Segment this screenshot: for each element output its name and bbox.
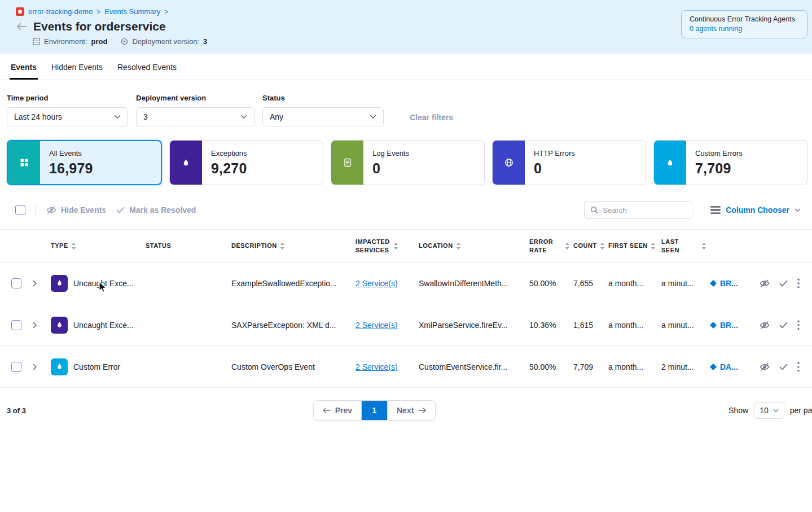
- search-input[interactable]: [603, 206, 686, 215]
- time-period-select[interactable]: Last 24 hours: [7, 107, 128, 126]
- resolve-event-button[interactable]: [779, 322, 788, 329]
- agents-running-link[interactable]: 0 agents running: [690, 25, 799, 33]
- eye-slash-icon: [46, 205, 56, 215]
- select-all-checkbox[interactable]: [15, 205, 25, 215]
- column-header-error-rate[interactable]: ERROR RATE: [529, 238, 573, 255]
- card-label: Log Events: [372, 149, 409, 157]
- diamond-icon: [710, 322, 717, 329]
- status-select[interactable]: Any: [262, 107, 384, 126]
- card-all-events[interactable]: All Events 16,979: [7, 140, 162, 185]
- page-number-button[interactable]: 1: [361, 401, 387, 420]
- pagination-bar: 3 of 3 Prev 1 Next Show 10 per page: [0, 388, 812, 421]
- breadcrumb-link-project[interactable]: error-tracking-demo: [28, 7, 93, 16]
- row-menu-button[interactable]: [797, 278, 800, 288]
- diamond-icon: [710, 364, 717, 370]
- tab-hidden-events[interactable]: Hidden Events: [50, 54, 104, 80]
- page-size-select[interactable]: 10: [754, 402, 784, 419]
- hide-event-button[interactable]: [760, 321, 770, 330]
- events-table: TYPE STATUS DESCRIPTION IMPACTED SERVICE…: [0, 229, 812, 388]
- hide-events-button[interactable]: Hide Events: [46, 205, 106, 215]
- sort-icon: [565, 242, 570, 250]
- deployment-tag-link[interactable]: BR...: [710, 321, 754, 330]
- flame-icon: [55, 321, 64, 329]
- event-type-tile: [51, 358, 68, 375]
- row-menu-button[interactable]: [797, 320, 800, 330]
- column-header-type[interactable]: TYPE: [51, 242, 146, 250]
- tab-resolved-events[interactable]: Resolved Events: [116, 54, 178, 80]
- time-period-value: Last 24 hours: [14, 112, 62, 121]
- row-menu-button[interactable]: [797, 362, 800, 372]
- row-expand-button[interactable]: [33, 364, 51, 370]
- table-header-row: TYPE STATUS DESCRIPTION IMPACTED SERVICE…: [0, 230, 812, 262]
- row-expand-button[interactable]: [33, 280, 51, 287]
- last-seen-cell: a minut...: [661, 321, 710, 330]
- impacted-services-link[interactable]: 2 Service(s): [355, 279, 398, 288]
- flame-icon: [665, 158, 675, 168]
- column-header-count[interactable]: COUNT: [573, 242, 608, 250]
- card-label: All Events: [49, 149, 93, 157]
- row-checkbox[interactable]: [11, 320, 21, 330]
- impacted-services-link[interactable]: 2 Service(s): [355, 362, 398, 371]
- all-events-tile: [8, 141, 40, 184]
- per-page-label: per page: [790, 406, 812, 415]
- clear-filters-button[interactable]: Clear filters: [410, 113, 453, 122]
- eye-slash-icon: [760, 321, 770, 330]
- location-cell: CustomEventService.fir...: [419, 362, 529, 371]
- card-exceptions[interactable]: Exceptions 9,270: [169, 140, 323, 185]
- check-icon: [779, 280, 788, 287]
- resolve-event-button[interactable]: [779, 280, 788, 287]
- impacted-services-link[interactable]: 2 Service(s): [355, 321, 398, 330]
- last-seen-cell: a minut...: [661, 279, 710, 288]
- deployment-tag-link[interactable]: DA...: [710, 362, 754, 371]
- deployment-tag-link[interactable]: BR...: [710, 279, 754, 288]
- error-rate-cell: 10.36%: [529, 321, 573, 330]
- column-header-first-seen[interactable]: FIRST SEEN: [608, 242, 661, 250]
- last-seen-cell: 2 minut...: [661, 362, 710, 371]
- event-type-label: Uncaught Exce...: [73, 321, 139, 330]
- status-label: Status: [262, 94, 384, 102]
- breadcrumb: error-tracking-demo > Events Summary >: [16, 7, 207, 16]
- diamond-icon: [710, 280, 717, 287]
- kebab-menu-icon: [797, 362, 800, 372]
- row-expand-button[interactable]: [33, 322, 51, 329]
- row-checkbox[interactable]: [11, 362, 21, 372]
- card-http-errors[interactable]: HTTP Errors 0: [492, 140, 646, 185]
- next-page-button[interactable]: Next: [387, 401, 435, 420]
- row-checkbox[interactable]: [11, 278, 21, 288]
- tab-events[interactable]: Events: [10, 54, 38, 80]
- breadcrumb-link-events-summary[interactable]: Events Summary: [104, 7, 160, 16]
- count-cell: 7,709: [573, 362, 608, 371]
- status-filter: Status Any: [262, 94, 384, 126]
- error-tracking-logo-icon: [16, 7, 24, 16]
- description-cell: Custom OverOps Event: [231, 362, 355, 371]
- column-header-description[interactable]: DESCRIPTION: [231, 242, 355, 250]
- card-custom-errors[interactable]: Custom Errors 7,709: [653, 140, 807, 185]
- deployment-version-value: 3: [143, 112, 148, 121]
- grid-icon: [19, 157, 29, 168]
- deployment-version-select[interactable]: 3: [136, 107, 254, 126]
- deployment-version-filter: Deployment version 3: [136, 94, 254, 126]
- row-actions: [754, 278, 812, 288]
- hide-event-button[interactable]: [760, 279, 770, 288]
- document-icon: [343, 157, 353, 168]
- header-meta: Environment: prod Deployment version: 3: [33, 37, 207, 46]
- first-seen-cell: a month...: [608, 321, 661, 330]
- page-header: error-tracking-demo > Events Summary > E…: [0, 0, 812, 54]
- error-tracking-app: error-tracking-demo > Events Summary > E…: [0, 0, 812, 512]
- mark-resolved-button[interactable]: Mark as Resolved: [116, 205, 196, 215]
- resolve-event-button[interactable]: [779, 364, 788, 370]
- card-log-events[interactable]: Log Events 0: [331, 140, 485, 185]
- column-header-last-seen[interactable]: LAST SEEN: [661, 238, 710, 255]
- column-header-location[interactable]: LOCATION: [419, 242, 529, 250]
- column-header-impacted-services[interactable]: IMPACTED SERVICES: [355, 238, 419, 255]
- back-button[interactable]: [16, 22, 27, 31]
- location-cell: SwallowInDifferentMeth...: [419, 279, 529, 288]
- breadcrumb-separator: >: [96, 8, 100, 16]
- error-rate-cell: 50.00%: [529, 362, 573, 371]
- hide-event-button[interactable]: [760, 362, 770, 371]
- prev-page-button[interactable]: Prev: [314, 401, 361, 420]
- card-label: Exceptions: [211, 149, 247, 157]
- column-chooser-button[interactable]: Column Chooser: [710, 205, 803, 215]
- environment-label: Environment:: [44, 37, 87, 46]
- time-period-label: Time period: [7, 94, 128, 102]
